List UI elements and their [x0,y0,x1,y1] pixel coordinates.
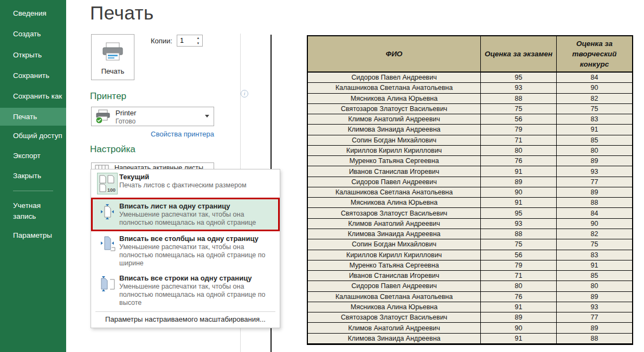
table-row: Кириллов Кирилл Кириллович 56 83 [308,250,632,260]
table-row: Кириллов Кирилл Кириллович 80 80 [308,146,632,156]
table-row: Климова Зинаида Андреевна 88 82 [308,229,632,239]
table-row: Сидоров Павел Андреевич 80 80 [308,281,632,291]
cell-creative-score: 84 [556,208,632,218]
cell-name: Калашникова Светлана Анатольевна [308,292,480,302]
menu-item-fit-sheet[interactable]: Вписать лист на одну страницу Уменьшение… [91,198,280,231]
print-preview-table: ФИО Оценка за экзамен Оценка за творческ… [307,35,633,345]
cell-exam-score: 93 [480,219,556,229]
table-row: Мясникова Алина Юрьевна 88 82 [308,94,632,104]
sidebar-item-options[interactable]: Параметры [0,230,66,241]
print-button-label: Печать [92,67,134,75]
table-row: Сопин Богдан Михайлович 71 85 [308,135,632,146]
cell-name: Иванов Станислав Игоревич [308,271,480,281]
fit-sheet-icon [98,202,117,221]
sidebar-item-save[interactable]: Сохранить [0,70,66,81]
sidebar-item-info[interactable]: Сведения [0,8,66,19]
cell-exam-score: 71 [480,135,556,145]
table-row: Муренко Татьяна Сергеевна 79 91 [308,260,632,271]
fit-rows-icon [98,274,117,294]
copies-stepper[interactable]: ▲ ▼ [177,35,203,47]
cell-exam-score: 75 [480,239,556,249]
printer-status: Готово [115,118,136,125]
menu-item-desc: Уменьшение распечатки так, чтобы она пол… [119,211,275,227]
cell-exam-score: 91 [480,302,556,312]
menu-item-title: Вписать лист на одну страницу [119,201,275,211]
page-title: Печать [90,2,154,24]
sidebar-item-account[interactable]: Учетная запись [0,200,49,222]
printer-dropdown[interactable]: Printer Готово [91,107,214,126]
sidebar-item-new[interactable]: Создать [0,29,66,40]
cell-creative-score: 80 [556,281,632,291]
menu-item-desc: Печать листов с фактическим размером [119,181,275,190]
cell-creative-score: 85 [556,135,632,145]
printer-properties-link[interactable]: Свойства принтера [91,130,214,138]
sidebar-item-share[interactable]: Общий доступ [0,131,66,141]
cell-exam-score: 93 [480,83,556,93]
fit-columns-icon [98,234,117,254]
table-row: Климов Анатолий Андреевич 93 90 [308,219,632,229]
cell-name: Сопин Богдан Михайлович [308,135,480,145]
table-row: Калашникова Светлана Анатольевна 93 90 [308,83,632,93]
printer-section-title: Принтер [90,91,126,102]
menu-item-no-scaling[interactable]: 100 Текущий Печать листов с фактическим … [91,170,280,198]
header-creative: Оценка за творческий конкурс [556,36,632,71]
cell-exam-score: 88 [480,94,556,103]
cell-creative-score: 80 [556,146,632,155]
cell-name: Сопин Богдан Михайлович [308,239,480,249]
menu-item-title: Вписать все столбцы на одну страницу [119,234,275,243]
sidebar-item-save-as[interactable]: Сохранить как [0,91,66,102]
sidebar-item-print[interactable]: Печать [0,108,66,126]
sidebar-item-export[interactable]: Экспорт [0,151,66,161]
cell-name: Иванов Станислав Игоревич [308,166,480,176]
cell-creative-score: 90 [556,219,632,229]
cell-name: Сидоров Павел Андреевич [308,177,480,187]
cell-creative-score: 90 [556,83,632,93]
cell-exam-score: 71 [480,271,556,281]
table-row: Святозаров Златоуст Васильевич 75 75 [308,104,632,114]
cell-creative-score: 82 [556,229,632,239]
cell-creative-score: 91 [556,260,632,270]
cell-name: Кириллов Кирилл Кириллович [308,146,480,155]
cell-name: Климова Зинаида Андреевна [308,334,480,343]
cell-name: Святозаров Златоуст Васильевич [308,104,480,114]
spin-up-icon[interactable]: ▲ [195,35,202,41]
copies-label: Копии: [151,37,172,45]
pages-100-icon: 100 [97,173,118,194]
cell-exam-score: 56 [480,114,556,124]
cell-name: Климов Анатолий Андреевич [308,114,480,124]
cell-name: Мясникова Алина Юрьевна [308,198,480,207]
cell-name: Святозаров Златоуст Васильевич [308,208,480,218]
svg-text:100: 100 [107,187,115,193]
cell-exam-score: 91 [480,166,556,176]
cell-name: Святозаров Златоуст Васильевич [308,312,480,322]
copies-input[interactable] [177,35,195,46]
table-row: Муренко Татьяна Сергеевна 76 89 [308,156,632,166]
table-row: Святозаров Златоуст Васильевич 95 84 [308,208,632,218]
cell-creative-score: 93 [556,166,632,176]
menu-item-title: Текущий [119,172,275,181]
cell-exam-score: 76 [480,156,556,166]
cell-exam-score: 80 [480,281,556,291]
table-row: Иванов Станислав Игоревич 91 93 [308,166,632,177]
cell-creative-score: 91 [556,125,632,134]
cell-creative-score: 93 [556,302,632,312]
menu-item-fit-columns[interactable]: Вписать все столбцы на одну страницу Уме… [91,231,280,271]
table-row: Сидоров Павел Андреевич 95 84 [308,73,632,83]
cell-exam-score: 88 [480,229,556,239]
cell-name: Климова Зинаида Андреевна [308,125,480,134]
backstage-sidebar: Сведения Создать Открыть Сохранить Сохра… [0,0,66,352]
scaling-menu: 100 Текущий Печать листов с фактическим … [91,169,280,328]
cell-creative-score: 89 [556,292,632,302]
spin-down-icon[interactable]: ▼ [195,41,202,46]
sidebar-item-close[interactable]: Закрыть [0,171,66,181]
cell-exam-score: 95 [480,208,556,218]
custom-scaling-options-item[interactable]: Параметры настраиваемого масштабирования… [95,311,275,328]
cell-creative-score: 89 [556,156,632,166]
menu-item-fit-rows[interactable]: Вписать все строки на одну страницу Умен… [91,271,280,310]
print-button[interactable]: Печать [91,34,134,80]
cell-name: Климов Анатолий Андреевич [308,219,480,229]
sidebar-item-open[interactable]: Открыть [0,50,66,61]
table-row: Сидоров Павел Андреевич 89 77 [308,177,632,187]
info-icon[interactable]: i [241,90,248,97]
table-row: Калашникова Светлана Анатольевна 90 89 [308,187,632,198]
